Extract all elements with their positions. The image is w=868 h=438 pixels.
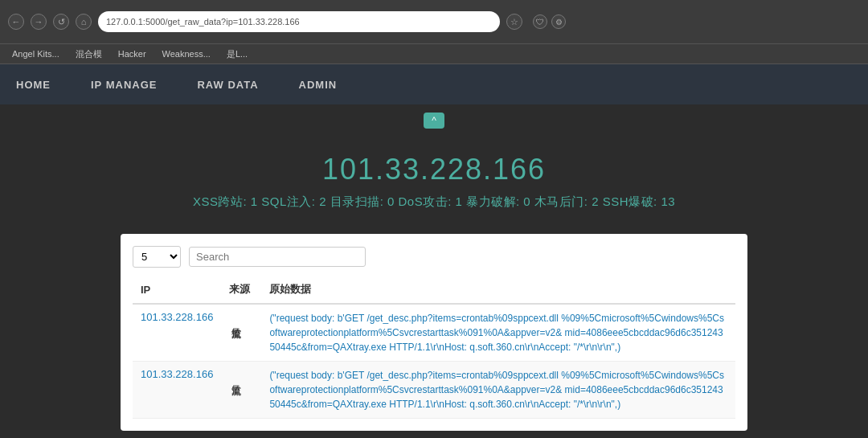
cell-raw-data: ("request body: b'GET /get_desc.php?item… [261, 362, 735, 419]
cell-source: 流量监 [221, 362, 261, 419]
search-input[interactable] [189, 247, 366, 267]
bookmark-4[interactable]: Weakness... [158, 47, 215, 60]
extensions-icon[interactable]: ⚙ [551, 14, 566, 29]
table-row: 101.33.228.166流量监控("request body: b'GET … [133, 304, 735, 362]
back-button[interactable]: ← [8, 14, 24, 30]
star-button[interactable]: ☆ [506, 14, 522, 30]
cell-ip: 101.33.228.166 [133, 362, 221, 419]
forward-button[interactable]: → [31, 14, 47, 30]
table-header: IP 来源 原始数据 [133, 276, 735, 304]
nav-ip-manage[interactable]: IP MANAGE [91, 75, 157, 95]
ip-link[interactable]: 101.33.228.166 [141, 368, 213, 380]
table-row: 101.33.228.166流量监("request body: b'GET /… [133, 362, 735, 419]
shield-icon: 🛡 [533, 14, 547, 29]
browser-chrome: ← → ↺ ⌂ 127.0.0.1:5000/get_raw_data?ip=1… [0, 0, 868, 44]
cell-source: 流量监控 [221, 304, 261, 362]
home-button[interactable]: ⌂ [76, 14, 92, 30]
table-container: 5 10 25 50 IP 来源 原始数据 101.33.228.166流量监控… [121, 234, 747, 431]
bookmark-5[interactable]: 是L... [223, 47, 252, 62]
ip-address-display: 101.33.228.166 [0, 153, 868, 186]
search-row: 5 10 25 50 [133, 246, 735, 268]
refresh-button[interactable]: ↺ [53, 14, 69, 30]
nav-admin[interactable]: ADMIN [299, 75, 338, 95]
collapse-button[interactable]: ^ [424, 113, 444, 129]
bookmark-1[interactable]: Angel Kits... [8, 47, 63, 60]
data-table: IP 来源 原始数据 101.33.228.166流量监控("request b… [133, 276, 735, 419]
bookmarks-bar: Angel Kits... 混合模 Hacker Weakness... 是L.… [0, 44, 868, 64]
ip-header: 101.33.228.166 XSS跨站: 1 SQL注入: 2 目录扫描: 0… [0, 137, 868, 222]
ip-link[interactable]: 101.33.228.166 [141, 311, 213, 323]
nav-raw-data[interactable]: RAW DATA [197, 75, 258, 95]
col-header-source: 来源 [221, 276, 261, 304]
cell-raw-data: ("request body: b'GET /get_desc.php?item… [261, 304, 735, 362]
collapse-section: ^ [0, 113, 868, 129]
table-body: 101.33.228.166流量监控("request body: b'GET … [133, 304, 735, 419]
raw-data-text: ("request body: b'GET /get_desc.php?item… [269, 313, 724, 353]
per-page-select[interactable]: 5 10 25 50 [133, 246, 181, 268]
nav-home[interactable]: HOME [16, 75, 51, 95]
nav-bar: HOME IP MANAGE RAW DATA ADMIN [0, 64, 868, 104]
bookmark-2[interactable]: 混合模 [72, 47, 106, 62]
address-url: 127.0.0.1:5000/get_raw_data?ip=101.33.22… [106, 17, 300, 27]
ip-stats-display: XSS跨站: 1 SQL注入: 2 目录扫描: 0 DoS攻击: 1 暴力破解:… [0, 194, 868, 210]
address-bar[interactable]: 127.0.0.1:5000/get_raw_data?ip=101.33.22… [98, 11, 500, 32]
raw-data-text: ("request body: b'GET /get_desc.php?item… [269, 370, 724, 410]
bookmark-3[interactable]: Hacker [114, 47, 150, 60]
col-header-ip: IP [133, 276, 221, 304]
col-header-raw: 原始数据 [261, 276, 735, 304]
cell-ip: 101.33.228.166 [133, 304, 221, 362]
